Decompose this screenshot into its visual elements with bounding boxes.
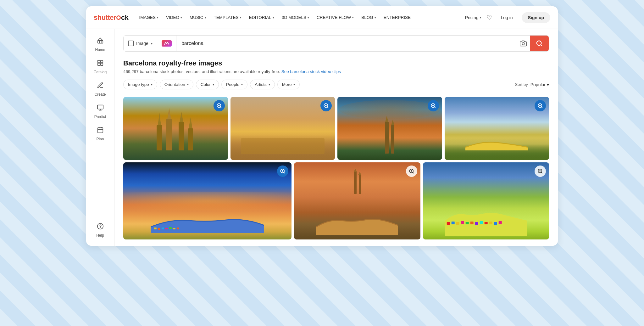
nav-item-video[interactable]: VIDEO ▾ — [163, 13, 185, 22]
zoom-button[interactable] — [428, 100, 439, 111]
page-title: Barcelona royalty-free images — [123, 59, 549, 67]
login-button[interactable]: Log in — [497, 13, 517, 23]
svg-line-16 — [541, 45, 542, 46]
chevron-down-icon: ▾ — [240, 16, 242, 19]
page-title-section: Barcelona royalty-free images 469,297 ba… — [123, 59, 549, 74]
favorites-button[interactable]: ♡ — [486, 14, 492, 21]
svg-point-13 — [100, 228, 100, 228]
sidebar-item-home[interactable]: Home — [88, 34, 113, 55]
svg-rect-33 — [385, 122, 389, 154]
filter-more[interactable]: More ▾ — [277, 80, 300, 89]
image-card[interactable] — [337, 97, 442, 160]
ai-search-toggle[interactable] — [157, 36, 176, 51]
filter-people[interactable]: People ▾ — [221, 80, 247, 89]
sort-select[interactable]: Popular ▾ — [530, 82, 549, 87]
nav-item-templates[interactable]: TEMPLATES ▾ — [211, 13, 245, 22]
nav-item-editorial[interactable]: EDITORIAL ▾ — [246, 13, 277, 22]
nav-right: Pricing ▾ ♡ Log in Sign up — [465, 12, 550, 23]
sidebar-item-plan[interactable]: Plan — [88, 123, 113, 144]
svg-rect-47 — [162, 228, 164, 229]
sidebar-item-predict[interactable]: Predict — [88, 101, 113, 122]
svg-rect-46 — [158, 228, 160, 230]
sidebar-item-help[interactable]: Help — [88, 220, 113, 241]
filter-image-type[interactable]: Image type ▾ — [123, 80, 157, 89]
nav-item-images[interactable]: IMAGES ▾ — [136, 13, 162, 22]
image-card[interactable] — [423, 162, 549, 239]
svg-rect-74 — [494, 222, 497, 225]
nav-item-music[interactable]: MUSIC ▾ — [186, 13, 209, 22]
zoom-button[interactable] — [277, 166, 288, 177]
image-grid-row2 — [123, 162, 549, 239]
svg-rect-1 — [97, 60, 100, 63]
svg-rect-48 — [165, 228, 168, 229]
svg-rect-64 — [447, 222, 450, 225]
logo-circle-icon — [116, 15, 121, 20]
image-card[interactable] — [445, 97, 549, 160]
nav-item-blog[interactable]: BLOG ▾ — [358, 13, 379, 22]
image-card[interactable] — [230, 97, 335, 160]
svg-marker-59 — [358, 172, 361, 175]
sidebar-label-catalog: Catalog — [94, 70, 107, 74]
chevron-down-icon: ▾ — [269, 83, 270, 86]
zoom-button[interactable] — [406, 166, 417, 177]
sort-label: Sort by — [515, 82, 528, 87]
svg-rect-66 — [456, 222, 459, 225]
filter-color[interactable]: Color ▾ — [196, 80, 219, 89]
chevron-down-icon: ▾ — [151, 42, 153, 45]
svg-rect-3 — [97, 63, 100, 65]
logo[interactable]: shutter ck — [94, 14, 129, 22]
svg-line-61 — [413, 172, 414, 173]
zoom-button[interactable] — [535, 166, 546, 177]
filter-artists[interactable]: Artists ▾ — [250, 80, 275, 89]
image-grid-row1 — [123, 97, 549, 160]
svg-rect-70 — [475, 222, 478, 225]
nav-item-enterprise[interactable]: ENTERPRISE — [380, 13, 414, 22]
filters-bar: Image type ▾ Orientation ▾ Color ▾ Peo — [123, 80, 549, 89]
image-card[interactable] — [123, 162, 291, 239]
chevron-down-icon: ▾ — [293, 83, 295, 86]
svg-rect-35 — [391, 125, 394, 154]
sidebar-item-create[interactable]: Create — [88, 79, 113, 100]
zoom-button[interactable] — [535, 100, 546, 111]
svg-line-42 — [541, 107, 542, 108]
svg-marker-24 — [189, 117, 192, 128]
plan-icon — [97, 126, 104, 135]
filter-orientation[interactable]: Orientation ▾ — [160, 80, 193, 89]
search-submit-button[interactable] — [530, 36, 549, 51]
image-search-button[interactable] — [516, 36, 530, 51]
image-card[interactable] — [294, 162, 420, 239]
video-clips-link[interactable]: See barcelona stock video clips — [281, 69, 341, 74]
chevron-down-icon: ▾ — [151, 83, 153, 86]
svg-rect-65 — [451, 222, 454, 224]
svg-line-53 — [284, 172, 285, 173]
nav-menu: IMAGES ▾ VIDEO ▾ MUSIC ▾ TEMPLATES ▾ EDI… — [136, 13, 458, 22]
nav-item-creativeflow[interactable]: CREATIVE FLOW ▾ — [314, 13, 357, 22]
svg-rect-19 — [166, 119, 172, 150]
chevron-down-icon: ▾ — [180, 16, 182, 19]
image-type-icon — [128, 41, 134, 46]
svg-rect-50 — [173, 228, 175, 229]
svg-point-14 — [522, 42, 524, 45]
help-icon — [97, 223, 104, 232]
sidebar-item-catalog[interactable]: Catalog — [88, 56, 113, 77]
svg-rect-68 — [465, 222, 469, 224]
logo-text-part1: shutter — [94, 14, 116, 22]
svg-rect-58 — [359, 175, 361, 194]
svg-rect-5 — [97, 105, 103, 109]
zoom-button[interactable] — [214, 100, 225, 111]
nav-item-3dmodels[interactable]: 3D MODELS ▾ — [279, 13, 312, 22]
svg-rect-56 — [354, 172, 357, 194]
svg-rect-69 — [470, 222, 473, 224]
zoom-button[interactable] — [320, 100, 332, 111]
signup-button[interactable]: Sign up — [522, 12, 550, 23]
search-bar: Image ▾ — [123, 35, 549, 52]
sidebar-label-predict: Predict — [94, 115, 106, 119]
search-type-selector[interactable]: Image ▾ — [124, 36, 157, 51]
svg-rect-45 — [154, 228, 157, 229]
svg-rect-4 — [100, 63, 103, 65]
page-subtitle: 469,297 barcelona stock photos, vectors,… — [123, 69, 549, 74]
image-card[interactable] — [123, 97, 228, 160]
pricing-link[interactable]: Pricing ▾ — [465, 15, 481, 20]
svg-rect-67 — [461, 221, 464, 224]
search-input[interactable] — [176, 41, 516, 46]
